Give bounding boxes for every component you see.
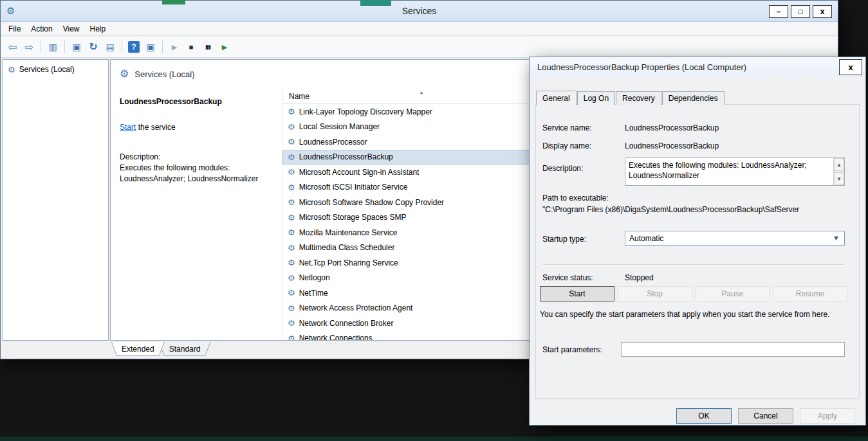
service-gear-icon: ⚙ bbox=[288, 198, 295, 206]
divider bbox=[542, 264, 845, 266]
startup-type-select[interactable]: Automatic ▼ bbox=[625, 231, 845, 246]
service-action-suffix: the service bbox=[136, 123, 175, 132]
dialog-title-bar[interactable]: LoudnessProcessorBackup Properties (Loca… bbox=[530, 57, 865, 76]
service-row-label: Local Session Manager bbox=[299, 122, 380, 131]
service-gear-icon: ⚙ bbox=[288, 334, 295, 340]
service-row-label: Microsoft Account Sign-in Assistant bbox=[299, 168, 420, 177]
dialog-tab[interactable]: Log On bbox=[577, 91, 615, 105]
scrollbar[interactable]: ▲ ▼ bbox=[833, 158, 844, 185]
maximize-button[interactable]: □ bbox=[791, 5, 810, 18]
stop-icon[interactable]: ■ bbox=[183, 39, 199, 55]
description-value: Executes the following modules: Loudness… bbox=[629, 160, 831, 181]
service-row[interactable]: ⚙ Network Connection Broker bbox=[282, 316, 560, 331]
close-button[interactable]: x bbox=[813, 5, 832, 18]
menu-item[interactable]: View bbox=[58, 22, 85, 35]
service-row-label: Mozilla Maintenance Service bbox=[299, 228, 398, 237]
service-control-button[interactable]: Start bbox=[540, 286, 614, 302]
service-row[interactable]: ⚙ Network Connections bbox=[282, 331, 560, 341]
dialog-tab[interactable]: General bbox=[536, 91, 577, 105]
service-gear-icon: ⚙ bbox=[288, 274, 295, 282]
properties-icon[interactable]: ▣ bbox=[69, 39, 84, 55]
service-row[interactable]: ⚙ Net.Tcp Port Sharing Service bbox=[282, 255, 560, 271]
service-status-label: Service status: bbox=[542, 273, 593, 282]
dialog-tab[interactable]: Recovery bbox=[616, 91, 661, 105]
chevron-down-icon: ▼ bbox=[833, 234, 840, 242]
service-row[interactable]: ⚙ Microsoft Software Shadow Copy Provide… bbox=[282, 195, 560, 210]
service-status-value: Stopped bbox=[625, 273, 654, 282]
service-gear-icon: ⚙ bbox=[288, 138, 295, 146]
display-name-value: LoudnessProcessorBackup bbox=[625, 141, 719, 150]
service-control-button[interactable]: Stop bbox=[618, 286, 692, 302]
dialog-tabs: GeneralLog OnRecoveryDependencies bbox=[536, 90, 725, 105]
view-tab[interactable]: Standard bbox=[159, 342, 211, 356]
desktop: ⚙ Services – □ x FileActionViewHelp ⇦ ⇨ … bbox=[0, 0, 868, 441]
forward-icon[interactable]: ⇨ bbox=[21, 39, 37, 55]
help-icon[interactable]: ? bbox=[128, 41, 140, 53]
start-service-link[interactable]: Start bbox=[120, 123, 136, 132]
start-icon[interactable]: ▶ bbox=[167, 39, 182, 55]
description-text: Executes the following modules: Loudness… bbox=[120, 163, 263, 184]
path-to-executable-value: "C:\Program Files (x86)\DigaSystem\Loudn… bbox=[542, 205, 859, 214]
service-gear-icon: ⚙ bbox=[288, 258, 295, 267]
service-row[interactable]: ⚙ Multimedia Class Scheduler bbox=[282, 240, 560, 256]
service-row-label: Network Access Protection Agent bbox=[299, 303, 413, 312]
service-row-label: LoudnessProcessor bbox=[299, 138, 367, 147]
selected-service-name: LoudnessProcessorBackup bbox=[120, 97, 277, 106]
refresh-icon[interactable]: ↻ bbox=[86, 39, 101, 55]
dialog-tab[interactable]: Dependencies bbox=[662, 91, 725, 105]
service-row[interactable]: ⚙ Netlogon bbox=[282, 271, 560, 286]
dialog-close-button[interactable]: x bbox=[839, 59, 862, 75]
menu-item[interactable]: File bbox=[3, 22, 26, 35]
service-row[interactable]: ⚙ Microsoft Storage Spaces SMP bbox=[282, 210, 560, 226]
title-bar[interactable]: ⚙ Services – □ x bbox=[1, 1, 838, 22]
service-control-button[interactable]: Pause bbox=[696, 286, 770, 302]
toolbar-separator bbox=[41, 40, 41, 53]
properties-dialog: LoudnessProcessorBackup Properties (Loca… bbox=[529, 57, 866, 426]
minimize-button[interactable]: – bbox=[769, 5, 788, 18]
service-row[interactable]: ⚙ LoudnessProcessor bbox=[282, 134, 560, 150]
dialog-footer-button[interactable]: OK bbox=[676, 408, 732, 424]
dialog-footer-button[interactable]: Apply bbox=[800, 408, 855, 424]
service-control-button[interactable]: Resume bbox=[773, 286, 847, 302]
service-gear-icon: ⚙ bbox=[288, 319, 295, 327]
service-row[interactable]: ⚙ Microsoft iSCSI Initiator Service bbox=[282, 180, 560, 195]
service-row[interactable]: ⚙ LoudnessProcessorBackup bbox=[282, 150, 560, 165]
tree-item-services-local[interactable]: ⚙ Services (Local) bbox=[3, 63, 108, 76]
service-row[interactable]: ⚙ Local Session Manager bbox=[282, 120, 560, 135]
service-action: Start the service bbox=[120, 123, 277, 132]
restart-icon[interactable]: ▶ bbox=[217, 39, 232, 55]
scroll-down-icon[interactable]: ▼ bbox=[834, 172, 844, 185]
menu-item[interactable]: Help bbox=[85, 22, 111, 35]
service-row[interactable]: ⚙ NetTime bbox=[282, 285, 560, 301]
service-row-label: NetTime bbox=[299, 289, 328, 298]
description-label: Description: bbox=[120, 152, 277, 161]
name-column-header[interactable]: ▲ Name bbox=[282, 89, 560, 104]
view-tab[interactable]: Extended bbox=[111, 342, 165, 356]
start-parameters-input[interactable] bbox=[621, 342, 845, 357]
console-tree-icon[interactable]: ▥ bbox=[45, 39, 60, 55]
startup-type-label: Startup type: bbox=[542, 235, 586, 244]
service-name-label: Service name: bbox=[542, 123, 592, 132]
view-tabs: ExtendedStandard bbox=[111, 342, 205, 356]
service-control-buttons: StartStopPauseResume bbox=[540, 286, 847, 302]
service-row[interactable]: ⚙ Microsoft Account Sign-in Assistant bbox=[282, 165, 560, 180]
description-textarea[interactable]: Executes the following modules: Loudness… bbox=[625, 158, 845, 186]
service-gear-icon: ⚙ bbox=[288, 153, 295, 161]
dialog-footer-button[interactable]: Cancel bbox=[738, 408, 793, 424]
toolbar: ⇦ ⇨ ▥ ▣ ↻ ▤ ? ▣ ▶ ■ ▮▮ ▶ bbox=[1, 37, 838, 58]
service-row[interactable]: ⚙ Link-Layer Topology Discovery Mapper bbox=[282, 104, 560, 120]
service-row[interactable]: ⚙ Network Access Protection Agent bbox=[282, 301, 560, 316]
pause-icon[interactable]: ▮▮ bbox=[200, 39, 216, 55]
export-list-icon[interactable]: ▤ bbox=[102, 39, 118, 55]
help-window-icon[interactable]: ▣ bbox=[143, 39, 158, 55]
service-gear-icon: ⚙ bbox=[288, 107, 295, 116]
toolbar-separator bbox=[162, 40, 163, 53]
menu-item[interactable]: Action bbox=[26, 22, 57, 35]
services-gear-icon: ⚙ bbox=[8, 66, 15, 74]
service-gear-icon: ⚙ bbox=[288, 304, 295, 312]
display-name-label: Display name: bbox=[542, 141, 591, 150]
back-icon[interactable]: ⇦ bbox=[5, 39, 20, 55]
scroll-up-icon[interactable]: ▲ bbox=[834, 158, 844, 171]
service-row[interactable]: ⚙ Mozilla Maintenance Service bbox=[282, 225, 560, 240]
service-gear-icon: ⚙ bbox=[288, 289, 295, 297]
